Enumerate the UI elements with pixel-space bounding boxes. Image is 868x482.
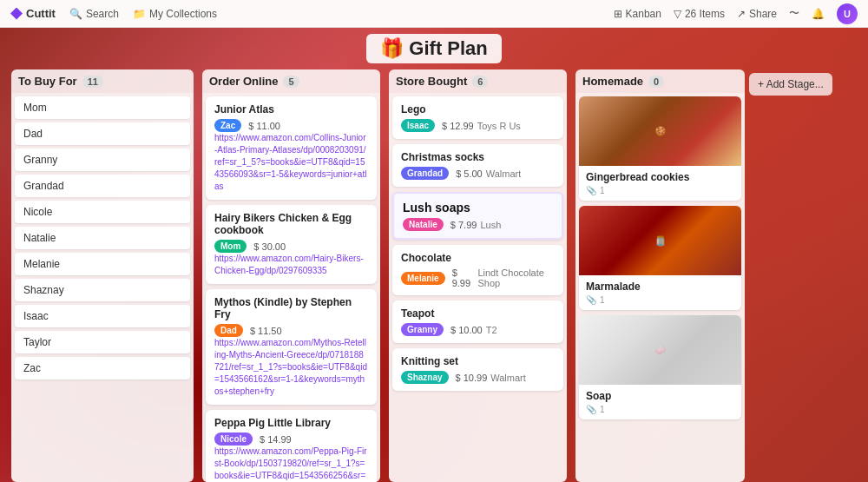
column-count-store-bought: 6 bbox=[472, 76, 488, 88]
column-count-to-buy-for: 11 bbox=[82, 76, 103, 88]
list-item[interactable]: Nicole bbox=[15, 201, 190, 223]
table-row[interactable]: 🫙 Marmalade 📎 1 bbox=[579, 206, 741, 310]
nav-kanban[interactable]: ⊞ Kanban bbox=[614, 8, 661, 20]
card-body: Gingerbread cookies 📎 1 bbox=[579, 166, 741, 201]
page-title: 🎁 Gift Plan bbox=[366, 34, 502, 63]
tag-row: Nicole $ 14.99 bbox=[214, 432, 368, 446]
tag-row: Isaac $ 12.99 Toys R Us bbox=[401, 119, 555, 132]
price: $ 10.00 bbox=[450, 325, 483, 335]
nav-logo-text: Cuttit bbox=[26, 7, 56, 20]
column-body-homemade: 🍪 Gingerbread cookies 📎 1 🫙 Marmalade 📎 … bbox=[575, 93, 745, 482]
person-tag: Granny bbox=[401, 323, 444, 336]
table-row[interactable]: Lego Isaac $ 12.99 Toys R Us bbox=[392, 96, 563, 139]
card-title: Marmalade bbox=[586, 281, 734, 293]
card-title: Peppa Pig Little Library bbox=[214, 417, 368, 429]
person-tag: Zac bbox=[214, 119, 241, 132]
card-title: Hairy Bikers Chicken & Egg cookbook bbox=[214, 212, 368, 236]
table-row[interactable]: Christmas socks Grandad $ 5.00 Walmart bbox=[392, 144, 563, 187]
column-header-store-bought: Store Bought 6 bbox=[389, 69, 567, 93]
list-item[interactable]: Natalie bbox=[15, 227, 190, 249]
list-item[interactable]: Dad bbox=[15, 122, 190, 145]
nav-notifications[interactable]: 🔔 bbox=[812, 8, 825, 20]
tag-row: Dad $ 11.50 bbox=[214, 324, 368, 337]
add-stage-button[interactable]: + Add Stage... bbox=[749, 73, 832, 96]
card-title: Gingerbread cookies bbox=[586, 171, 734, 183]
table-row[interactable]: Chocolate Melanie $ 9.99 Lindt Chocolate… bbox=[392, 245, 563, 295]
attachment-count: 1 bbox=[600, 186, 605, 195]
share-label: Share bbox=[749, 8, 777, 20]
nav-activity[interactable]: 〜 bbox=[789, 6, 799, 21]
person-tag: Shaznay bbox=[401, 371, 449, 384]
column-to-buy-for: To Buy For 11 Mom Dad Granny Grandad Nic… bbox=[11, 69, 194, 482]
column-title-order-online: Order Online bbox=[209, 75, 278, 88]
table-row[interactable]: Peppa Pig Little Library Nicole $ 14.99 … bbox=[206, 410, 377, 482]
list-item[interactable]: Mom bbox=[15, 96, 190, 119]
table-row[interactable]: Lush soaps Natalie $ 7.99 Lush bbox=[392, 192, 563, 240]
nav-share[interactable]: ↗ Share bbox=[737, 8, 777, 20]
list-item[interactable]: Zac bbox=[15, 357, 190, 380]
table-row[interactable]: 🧼 Soap 📎 1 bbox=[579, 315, 741, 419]
list-item[interactable]: Granny bbox=[15, 149, 190, 171]
activity-icon: 〜 bbox=[789, 6, 799, 21]
nav-search[interactable]: 🔍 Search bbox=[69, 8, 119, 20]
price: $ 11.00 bbox=[248, 121, 280, 131]
table-row[interactable]: 🍪 Gingerbread cookies 📎 1 bbox=[579, 96, 741, 201]
list-item[interactable]: Grandad bbox=[15, 175, 190, 197]
card-image: 🫙 bbox=[579, 206, 741, 275]
person-tag: Dad bbox=[214, 324, 243, 337]
search-icon: 🔍 bbox=[69, 8, 82, 20]
column-store-bought: Store Bought 6 Lego Isaac $ 12.99 Toys R… bbox=[389, 69, 567, 482]
column-body-store-bought: Lego Isaac $ 12.99 Toys R Us Christmas s… bbox=[389, 93, 567, 482]
store-name: Lush bbox=[480, 220, 501, 230]
price: $ 9.99 bbox=[452, 267, 475, 288]
card-title: Lush soaps bbox=[403, 201, 553, 215]
column-count-homemade: 0 bbox=[648, 76, 664, 88]
price: $ 12.99 bbox=[442, 121, 474, 131]
tag-row: Mom $ 30.00 bbox=[214, 240, 368, 253]
price: $ 14.99 bbox=[260, 434, 292, 445]
column-body-to-buy-for: Mom Dad Granny Grandad Nicole Natalie Me… bbox=[11, 93, 194, 482]
nav-logo[interactable]: Cuttit bbox=[10, 7, 56, 20]
card-body: Marmalade 📎 1 bbox=[579, 275, 741, 310]
column-header-to-buy-for: To Buy For 11 bbox=[11, 69, 194, 93]
list-item[interactable]: Shaznay bbox=[15, 279, 190, 301]
card-image: 🧼 bbox=[579, 315, 741, 385]
card-title: Knitting set bbox=[401, 355, 555, 367]
table-row[interactable]: Teapot Granny $ 10.00 T2 bbox=[392, 300, 563, 343]
table-row[interactable]: Knitting set Shaznay $ 10.99 Walmart bbox=[392, 348, 563, 391]
column-count-order-online: 5 bbox=[283, 76, 299, 88]
list-item[interactable]: Melanie bbox=[15, 253, 190, 275]
attachment-row: 📎 1 bbox=[586, 295, 734, 305]
tag-row: Zac $ 11.00 bbox=[214, 119, 368, 132]
store-name: Lindt Chocolate Shop bbox=[477, 267, 555, 288]
avatar[interactable]: U bbox=[837, 3, 858, 24]
table-row[interactable]: Mythos (Kindle) by Stephen Fry Dad $ 11.… bbox=[206, 289, 377, 405]
items-count-label: 26 Items bbox=[685, 8, 725, 20]
store-name: Walmart bbox=[486, 168, 522, 179]
table-row[interactable]: Hairy Bikers Chicken & Egg cookbook Mom … bbox=[206, 205, 377, 284]
nav-my-collections[interactable]: 📁 My Collections bbox=[133, 8, 217, 20]
list-item[interactable]: Isaac bbox=[15, 305, 190, 327]
price: $ 11.50 bbox=[250, 326, 282, 336]
store-name: T2 bbox=[486, 325, 497, 335]
card-url: https://www.amazon.com/Mythos-Retelling-… bbox=[214, 337, 368, 398]
kanban-icon: ⊞ bbox=[614, 8, 622, 20]
person-tag: Natalie bbox=[403, 218, 444, 231]
column-header-homemade: Homemade 0 bbox=[575, 69, 745, 93]
price: $ 10.99 bbox=[456, 373, 488, 383]
collections-icon: 📁 bbox=[133, 8, 146, 20]
card-title: Chocolate bbox=[401, 252, 555, 264]
list-item[interactable]: Taylor bbox=[15, 331, 190, 353]
table-row[interactable]: Junior Atlas Zac $ 11.00 https://www.ama… bbox=[206, 96, 377, 200]
card-body: Soap 📎 1 bbox=[579, 385, 741, 419]
logo-diamond-icon bbox=[10, 8, 23, 20]
page-header: 🎁 Gift Plan bbox=[0, 28, 868, 69]
price: $ 7.99 bbox=[450, 220, 477, 230]
filter-icon: ▽ bbox=[674, 8, 681, 20]
card-title: Mythos (Kindle) by Stephen Fry bbox=[214, 296, 368, 320]
card-url: https://www.amazon.com/Peppa-Pig-First-B… bbox=[214, 446, 368, 482]
nav-search-label: Search bbox=[86, 8, 119, 20]
tag-row: Melanie $ 9.99 Lindt Chocolate Shop bbox=[401, 267, 555, 288]
nav-items-count: ▽ 26 Items bbox=[674, 8, 725, 20]
price: $ 30.00 bbox=[253, 241, 286, 252]
